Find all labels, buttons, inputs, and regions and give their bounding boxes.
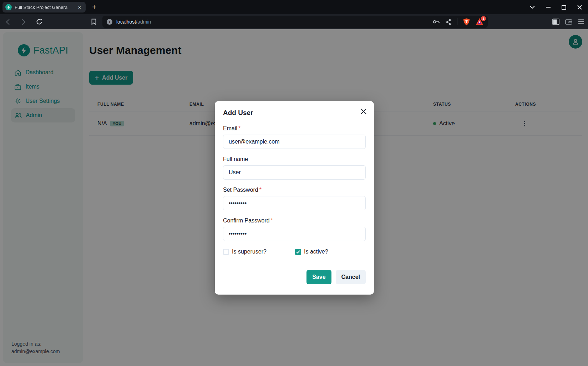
url-bar[interactable]: i localhost/admin 1 [102, 16, 488, 28]
back-icon[interactable] [4, 17, 12, 26]
browser-toolbar: i localhost/admin 1 [0, 14, 588, 29]
confirm-password-field[interactable] [223, 227, 366, 241]
is-superuser-checkbox[interactable] [223, 249, 229, 255]
confirm-password-field-group: Confirm Password* [223, 217, 366, 241]
tab-close-icon[interactable]: × [76, 4, 83, 10]
maximize-button[interactable] [560, 4, 567, 11]
email-field[interactable] [223, 135, 366, 149]
is-active-checkbox-group[interactable]: Is active? [295, 249, 328, 255]
is-active-label: Is active? [304, 249, 328, 255]
bookmark-icon[interactable] [90, 17, 98, 26]
set-password-field[interactable] [223, 196, 366, 210]
set-password-field-group: Set Password* [223, 187, 366, 210]
forward-icon[interactable] [19, 17, 28, 26]
modal-close-button[interactable] [358, 106, 369, 117]
reload-icon[interactable] [35, 17, 44, 26]
url-text: localhost/admin [116, 19, 151, 25]
full-name-label: Full name [223, 156, 366, 162]
required-asterisk: * [238, 125, 240, 131]
tab-search-chevron-down-icon[interactable] [529, 4, 536, 11]
is-superuser-label: Is superuser? [232, 249, 267, 255]
is-superuser-checkbox-group[interactable]: Is superuser? [223, 249, 295, 255]
toolbar-divider [457, 18, 457, 25]
is-active-checkbox[interactable] [295, 249, 301, 255]
brave-rewards-icon[interactable]: 1 [476, 18, 483, 26]
new-tab-button[interactable]: + [90, 3, 98, 11]
page-viewport: FastAPI Dashboard Items User Settings [0, 29, 588, 366]
browser-titlebar: Full Stack Project Genera × + [0, 0, 588, 14]
email-field-group: Email* [223, 125, 366, 149]
brave-shield-icon[interactable] [463, 18, 470, 26]
wallet-icon[interactable] [565, 19, 572, 25]
cancel-button[interactable]: Cancel [336, 270, 366, 284]
full-name-field-group: Full name [223, 156, 366, 180]
email-label: Email* [223, 125, 366, 132]
site-info-icon[interactable]: i [107, 19, 112, 25]
rewards-badge: 1 [481, 16, 486, 21]
required-asterisk: * [259, 187, 262, 193]
tab-title: Full Stack Project Genera [15, 5, 76, 10]
sidebar-panel-icon[interactable] [552, 19, 559, 25]
save-button[interactable]: Save [306, 270, 331, 284]
full-name-field[interactable] [223, 165, 366, 180]
minimize-button[interactable] [544, 4, 552, 11]
share-icon[interactable] [446, 19, 451, 25]
key-icon[interactable] [433, 19, 440, 24]
set-password-label: Set Password* [223, 187, 366, 193]
fastapi-favicon-icon [5, 4, 12, 10]
modal-title: Add User [223, 109, 366, 117]
browser-tab[interactable]: Full Stack Project Genera × [2, 2, 86, 12]
confirm-password-label: Confirm Password* [223, 217, 366, 224]
required-asterisk: * [271, 217, 273, 224]
menu-hamburger-icon[interactable] [578, 19, 584, 24]
close-window-button[interactable] [576, 4, 583, 11]
add-user-modal: Add User Email* Full name Set Password* … [215, 101, 374, 295]
